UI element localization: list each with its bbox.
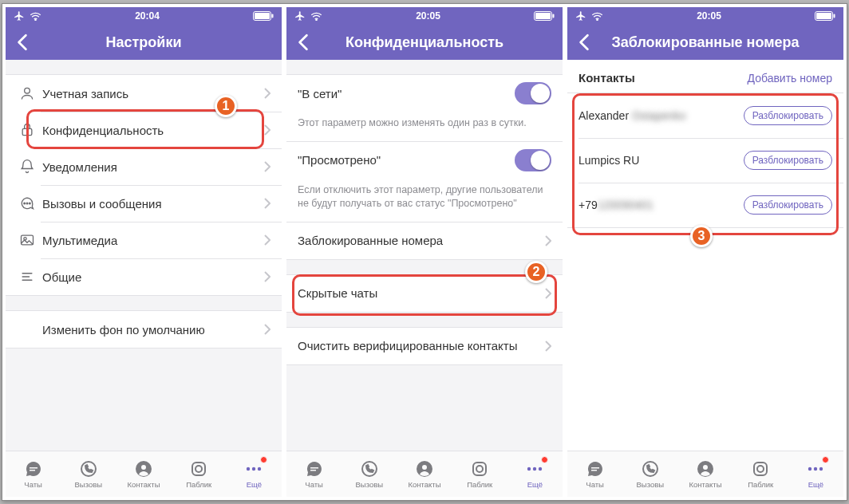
wifi-icon (30, 11, 41, 21)
tab-calls[interactable]: Вызовы (342, 451, 397, 497)
row-account[interactable]: Учетная запись (6, 75, 282, 112)
desc-seen: Если отключить этот параметр, другие пол… (286, 179, 563, 222)
tab-contacts[interactable]: Контакты (116, 451, 171, 497)
chats-icon (586, 459, 605, 478)
tab-contacts[interactable]: Контакты (397, 451, 452, 497)
chats-icon (305, 459, 324, 478)
row-label: Учетная запись (42, 87, 264, 100)
row-label: Мультимедиа (42, 234, 264, 247)
contacts-icon (415, 459, 434, 478)
svg-rect-28 (310, 467, 318, 469)
svg-point-49 (808, 467, 811, 471)
tab-more[interactable]: Ещё (788, 451, 843, 497)
person-icon (19, 85, 35, 101)
tab-more[interactable]: Ещё (227, 451, 282, 497)
toggle-seen[interactable] (515, 149, 551, 171)
svg-rect-43 (591, 470, 597, 471)
svg-point-23 (258, 467, 261, 471)
header: Заблокированные номера (567, 25, 843, 60)
blocked-contact-row: Alexander Ostapenko Разблокировать (567, 93, 843, 138)
svg-point-37 (539, 467, 542, 471)
screen-settings: 20:04 Настройки Учетная запись Конфиденц… (6, 7, 282, 497)
chevron-right-icon (264, 271, 270, 282)
row-privacy[interactable]: Конфиденциальность (6, 112, 282, 148)
svg-point-6 (24, 203, 26, 204)
unblock-button[interactable]: Разблокировать (744, 195, 832, 215)
screen-privacy: 20:05 Конфиденциальность "В сети" Этот п… (286, 7, 563, 497)
back-button[interactable] (572, 25, 596, 60)
chevron-right-icon (264, 88, 270, 99)
bell-icon (19, 159, 35, 175)
svg-rect-47 (754, 463, 767, 475)
svg-point-18 (141, 465, 146, 470)
chevron-left-icon (298, 33, 309, 51)
svg-rect-27 (552, 14, 554, 18)
svg-point-24 (316, 19, 317, 20)
section-title: Контакты (579, 71, 635, 85)
header: Конфиденциальность (286, 25, 563, 60)
chevron-right-icon (264, 198, 270, 209)
row-online[interactable]: "В сети" (286, 75, 563, 112)
tab-more[interactable]: Ещё (507, 451, 563, 497)
phone-icon (79, 459, 98, 478)
row-label: Изменить фон по умолчанию (42, 323, 264, 337)
row-seen[interactable]: "Просмотрено" (286, 142, 563, 179)
public-icon (751, 459, 770, 478)
tab-public[interactable]: Паблик (452, 451, 507, 497)
header: Настройки (6, 25, 282, 60)
svg-rect-14 (30, 467, 38, 469)
chevron-left-icon (579, 33, 590, 51)
header-title: Настройки (106, 34, 182, 51)
battery-icon (815, 11, 835, 21)
back-button[interactable] (10, 25, 34, 60)
svg-point-22 (252, 467, 255, 471)
unblock-button[interactable]: Разблокировать (744, 151, 832, 170)
svg-point-7 (26, 203, 28, 204)
tab-chats[interactable]: Чаты (286, 451, 342, 497)
row-hidden[interactable]: Скрытые чаты (286, 275, 563, 312)
battery-icon (534, 11, 555, 21)
svg-rect-40 (816, 13, 831, 19)
toggle-online[interactable] (515, 82, 551, 104)
tab-contacts[interactable]: Контакты (677, 451, 733, 497)
desc-online: Этот параметр можно изменять один раз в … (286, 112, 563, 142)
row-media[interactable]: Мультимедиа (6, 222, 282, 258)
svg-point-35 (527, 467, 531, 471)
tab-calls[interactable]: Вызовы (61, 451, 116, 497)
row-general[interactable]: Общие (6, 258, 282, 295)
row-label: Конфиденциальность (42, 124, 264, 137)
svg-rect-26 (535, 13, 551, 19)
row-wallpaper[interactable]: Изменить фон по умолчанию (6, 311, 282, 348)
chevron-right-icon (545, 288, 551, 299)
tab-public[interactable]: Паблик (172, 451, 227, 497)
back-button[interactable] (291, 25, 315, 60)
tab-bar: Чаты Вызовы Контакты Паблик Ещё (6, 451, 282, 497)
tab-chats[interactable]: Чаты (6, 451, 61, 497)
chevron-right-icon (264, 161, 270, 172)
chats-icon (24, 459, 43, 478)
row-label: Очистить верифицированные контакты (298, 339, 545, 352)
image-icon (19, 232, 35, 248)
blocked-contact-row: Lumpics RU Разблокировать (567, 138, 843, 183)
svg-point-46 (703, 465, 708, 470)
tab-calls[interactable]: Вызовы (622, 451, 677, 497)
svg-point-8 (30, 203, 31, 204)
row-clear-verified[interactable]: Очистить верифицированные контакты (286, 328, 563, 364)
row-blocked[interactable]: Заблокированные номера (286, 222, 563, 259)
svg-rect-19 (192, 463, 205, 475)
tab-chats[interactable]: Чаты (567, 451, 622, 497)
contact-name: +79120090401 (579, 199, 654, 211)
svg-rect-5 (22, 128, 32, 135)
public-icon (470, 459, 489, 478)
section-header: Контакты Добавить номер (567, 60, 843, 93)
tab-public[interactable]: Паблик (733, 451, 788, 497)
row-notifications[interactable]: Уведомления (6, 148, 282, 185)
svg-point-0 (35, 19, 36, 20)
add-number-link[interactable]: Добавить номер (748, 72, 832, 85)
chevron-right-icon (545, 341, 551, 352)
status-time: 20:05 (416, 10, 440, 22)
blocked-contact-row: +79120090401 Разблокировать (567, 183, 843, 227)
tab-bar: Чаты Вызовы Контакты Паблик Ещё (286, 451, 563, 497)
row-calls[interactable]: Вызовы и сообщения (6, 185, 282, 222)
unblock-button[interactable]: Разблокировать (744, 106, 832, 125)
